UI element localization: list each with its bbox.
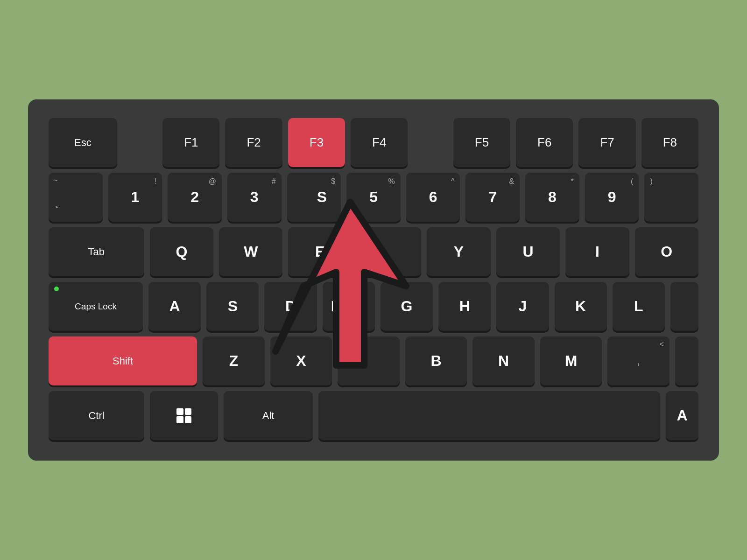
key-4[interactable]: $ S [287,173,341,222]
key-5[interactable]: % 5 [346,173,401,222]
key-m[interactable]: M [540,336,602,385]
key-u[interactable]: U [496,227,560,276]
key-f1[interactable]: F1 [162,118,219,167]
key-shift[interactable]: Shift [49,336,197,385]
key-l[interactable]: L [613,282,665,331]
keyboard-rows: Esc F1 F2 F3 F4 F5 F6 F7 F8 ~ ` ! 1 @ 2 [49,118,698,440]
key-esc[interactable]: Esc [49,118,117,167]
zxcv-row: Shift Z X C B N M < , [49,336,698,385]
key-caps-lock[interactable]: Caps Lock [49,282,143,331]
key-f4[interactable]: F4 [351,118,408,167]
key-n[interactable]: N [472,336,535,385]
key-8[interactable]: * 8 [525,173,579,222]
key-tilde[interactable]: ~ ` [49,173,103,222]
caps-lock-indicator [54,287,59,291]
key-f[interactable]: F [323,282,375,331]
key-h[interactable]: H [438,282,491,331]
keyboard: Esc F1 F2 F3 F4 F5 F6 F7 F8 ~ ` ! 1 @ 2 [28,99,719,461]
key-c[interactable]: C [338,336,400,385]
key-j[interactable]: J [496,282,549,331]
key-a[interactable]: A [148,282,201,331]
key-9[interactable]: ( 9 [585,173,639,222]
key-o[interactable]: O [635,227,698,276]
key-7[interactable]: & 7 [465,173,520,222]
key-space[interactable] [318,391,660,440]
key-i[interactable]: I [565,227,629,276]
key-period[interactable] [675,336,698,385]
key-s[interactable]: S [206,282,259,331]
key-f5[interactable]: F5 [453,118,510,167]
key-alt[interactable]: Alt [224,391,312,440]
key-altgr[interactable]: A [666,391,698,440]
key-semicolon[interactable] [670,282,698,331]
key-e[interactable]: E [288,227,352,276]
key-y[interactable]: Y [427,227,490,276]
key-f2[interactable]: F2 [225,118,282,167]
key-2[interactable]: @ 2 [168,173,222,222]
key-x[interactable]: X [270,336,332,385]
bottom-row: Ctrl Alt A [49,391,698,440]
key-comma[interactable]: < , [607,336,669,385]
windows-logo-icon [176,408,191,423]
key-b[interactable]: B [405,336,467,385]
key-g[interactable]: G [381,282,433,331]
key-w[interactable]: W [219,227,282,276]
key-3[interactable]: # 3 [227,173,282,222]
key-q[interactable]: Q [150,227,213,276]
key-d[interactable]: D [264,282,317,331]
key-k[interactable]: K [555,282,607,331]
fn-row: Esc F1 F2 F3 F4 F5 F6 F7 F8 [49,118,698,167]
key-f8[interactable]: F8 [641,118,698,167]
key-6[interactable]: ^ 6 [406,173,460,222]
asdf-row: Caps Lock A S D F G H J K L [49,282,698,331]
number-row: ~ ` ! 1 @ 2 # 3 $ S % 5 [49,173,698,222]
key-f6[interactable]: F6 [516,118,573,167]
key-f7[interactable]: F7 [578,118,635,167]
qwerty-row: Tab Q W E R Y U I O [49,227,698,276]
key-win[interactable] [150,391,218,440]
key-1[interactable]: ! 1 [108,173,162,222]
key-r[interactable]: R [358,227,421,276]
key-f3[interactable]: F3 [288,118,345,167]
key-z[interactable]: Z [203,336,265,385]
key-0[interactable]: ) [644,173,698,222]
key-ctrl[interactable]: Ctrl [49,391,144,440]
key-tab[interactable]: Tab [49,227,144,276]
